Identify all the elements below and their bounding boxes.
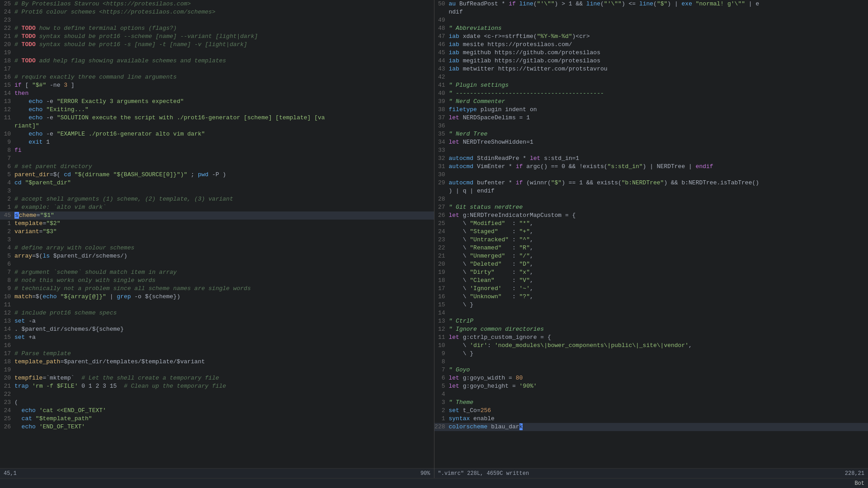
- left-code-area[interactable]: 25 # By Protesilaos Stavrou <https://pro…: [0, 0, 434, 468]
- code-line: 5 let g:goyo_height = '90%': [434, 382, 868, 390]
- code-line: 23 \ "Untracked" : "^",: [434, 236, 868, 244]
- code-line: 16 \ "Unknown" : "?",: [434, 293, 868, 301]
- code-line: 28: [434, 195, 868, 203]
- code-line: 18 template_path=$parent_dir/templates/$…: [0, 358, 434, 366]
- code-line: 24 echo 'cat <<END_OF_TEXT': [0, 407, 434, 415]
- code-line: 3: [0, 236, 434, 244]
- right-status-bar: ".vimrc" 228L, 4659C written 228,21: [434, 468, 868, 478]
- code-line: 6 # set parent directory: [0, 163, 434, 171]
- right-code-area[interactable]: 50 au BufReadPost * if line("'\"") > 1 &…: [434, 0, 868, 468]
- code-line: 47 iab xdate <c-r>=strftime("%Y-%m-%d")<…: [434, 33, 868, 41]
- code-line: 46 iab mesite https://protesilaos.com/: [434, 41, 868, 49]
- code-line: 38 filetype plugin indent on: [434, 106, 868, 114]
- code-line: 10 match=$(echo "${array[@]}" | grep -o …: [0, 293, 434, 301]
- code-line: riant]": [0, 122, 434, 130]
- code-line: 5 parent_dir=$( cd "$(dirname "${BASH_SO…: [0, 171, 434, 179]
- code-line: 23: [0, 16, 434, 24]
- code-line: 7 " Goyo: [434, 366, 868, 374]
- code-line: 14 then: [0, 89, 434, 98]
- code-line: 9 exit 1: [0, 138, 434, 146]
- code-line: 21 trap 'rm -f $FILE' 0 1 2 3 15 # Clean…: [0, 382, 434, 390]
- code-line: 8: [434, 358, 868, 366]
- left-status-bar: 45,1 90%: [0, 468, 434, 478]
- code-line: 25 cat "$template_path": [0, 415, 434, 423]
- code-line: 48 " Abbreviations: [434, 24, 868, 33]
- code-line: 12 # include prot16 scheme specs: [0, 309, 434, 317]
- code-line: 17: [0, 65, 434, 73]
- editor-container: 25 # By Protesilaos Stavrou <https://pro…: [0, 0, 868, 478]
- code-line: 4 # define array with colour schemes: [0, 244, 434, 252]
- code-line: 39 " Nerd Commenter: [434, 98, 868, 106]
- code-line: 3: [0, 187, 434, 195]
- left-status-percentage: 90%: [420, 470, 430, 477]
- code-line: 15 set +a: [0, 333, 434, 342]
- right-pane: 50 au BufReadPost * if line("'\"") > 1 &…: [434, 0, 868, 478]
- code-line: 1 # example: `alto vim dark`: [0, 203, 434, 211]
- bottom-right-status: Bot: [434, 478, 868, 488]
- code-line: 50 au BufReadPost * if line("'\"") > 1 &…: [434, 0, 868, 8]
- code-line: 21 \ "Unmerged" : "/",: [434, 252, 868, 260]
- code-line: 33: [434, 146, 868, 155]
- code-line: 8 fi: [0, 146, 434, 155]
- bottom-left-status: [0, 478, 434, 488]
- code-line: 5 array=$(ls $parent_dir/schemes/): [0, 252, 434, 260]
- code-line: 17 # Parse template: [0, 350, 434, 358]
- code-line: 11 echo -e "SOLUTION execute the script …: [0, 114, 434, 122]
- code-line: 16: [0, 342, 434, 350]
- code-line: 11: [0, 301, 434, 309]
- code-line: 24 \ "Staged" : "+",: [434, 228, 868, 236]
- code-line: 7 # argument `scheme` should match item …: [0, 268, 434, 277]
- code-line: 22 # TODO how to define terminal options…: [0, 24, 434, 33]
- code-line: 7: [0, 155, 434, 163]
- code-line: 49: [434, 16, 868, 24]
- code-line: 2 # accept shell arguments (1) scheme, (…: [0, 195, 434, 203]
- code-line: 18 # TODO add help flag showing availabl…: [0, 57, 434, 65]
- code-line: 10 echo -e "EXAMPLE ./prot16-generator a…: [0, 130, 434, 138]
- code-line: 1 template="$2": [0, 220, 434, 228]
- code-line: 18 \ "Clean" : "V",: [434, 277, 868, 285]
- code-line: 8 # note this works only with single wor…: [0, 277, 434, 285]
- code-line: 13 " CtrlP: [434, 317, 868, 325]
- code-line: 3 " Theme: [434, 399, 868, 407]
- code-line: 43 iab metwitter https://twitter.com/pro…: [434, 65, 868, 73]
- right-status-position: 228,21: [845, 470, 864, 477]
- code-line: 14: [434, 309, 868, 317]
- code-line: 9 # technically not a problem since all …: [0, 285, 434, 293]
- code-line: 25 \ "Modified" : "*",: [434, 220, 868, 228]
- code-line: 40 " -----------------------------------…: [434, 89, 868, 98]
- code-line: 15 \ }: [434, 301, 868, 309]
- code-line: 22: [0, 390, 434, 399]
- code-line: 2 variant="$3": [0, 228, 434, 236]
- code-line: 17 \ 'Ignored' : '~',: [434, 285, 868, 293]
- code-line: 37 let NERDSpaceDelims = 1: [434, 114, 868, 122]
- code-line: 29 autocmd bufenter * if (winnr("$") == …: [434, 179, 868, 187]
- code-line: 45 iab megithub https://github.com/prote…: [434, 49, 868, 57]
- code-line: 27 " Git status nerdtree: [434, 203, 868, 211]
- code-line: 11 let g:ctrlp_custom_ignore = {: [434, 333, 868, 342]
- code-line: 12 " Ignore common directories: [434, 325, 868, 333]
- code-line: 19: [0, 49, 434, 57]
- code-line: 41 " Plugin settings: [434, 81, 868, 89]
- code-line: 36: [434, 122, 868, 130]
- code-line: 6: [0, 260, 434, 268]
- code-line: 6 let g:goyo_width = 80: [434, 374, 868, 382]
- code-line: 19: [0, 366, 434, 374]
- code-line: 12 echo "Exiting...": [0, 106, 434, 114]
- code-line: 14 . $parent_dir/schemes/${scheme}: [0, 325, 434, 333]
- code-line: 24 # Prot16 colour schemes <https://prot…: [0, 8, 434, 16]
- code-line: 31 autocmd VimEnter * if argc() == 0 && …: [434, 163, 868, 171]
- code-line: 2 set t_Co=256: [434, 407, 868, 415]
- code-line: 1 syntax enable: [434, 415, 868, 423]
- code-line: 13 set -a: [0, 317, 434, 325]
- code-line: 26 echo 'END_OF_TEXT': [0, 423, 434, 431]
- code-line: ) | q | endif: [434, 187, 868, 195]
- code-line: 34 let NERDTreeShowHidden=1: [434, 138, 868, 146]
- code-line: 23 (: [0, 399, 434, 407]
- code-line: 15 if [ "$#" -ne 3 ]: [0, 81, 434, 89]
- code-line: 22 \ "Renamed" : "R",: [434, 244, 868, 252]
- bot-label: Bot: [854, 480, 864, 487]
- code-line: 16 # require exactly three command line …: [0, 73, 434, 81]
- code-line: 35 " Nerd Tree: [434, 130, 868, 138]
- left-pane: 25 # By Protesilaos Stavrou <https://pro…: [0, 0, 434, 478]
- code-line: 20 \ "Deleted" : "D",: [434, 260, 868, 268]
